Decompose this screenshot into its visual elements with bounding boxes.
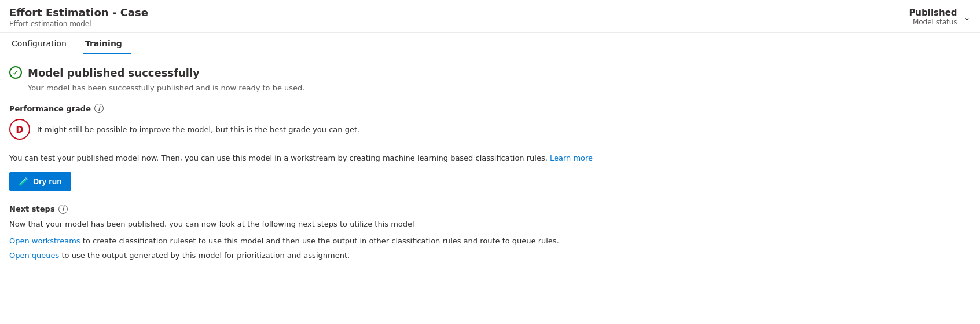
model-status-sub: Model status <box>909 18 957 26</box>
page-title: Effort Estimation - Case <box>9 6 148 19</box>
performance-info-icon[interactable]: i <box>94 104 104 113</box>
learn-more-link[interactable]: Learn more <box>550 154 593 162</box>
dry-run-button[interactable]: 🧪 Dry run <box>9 172 71 191</box>
open-workstreams-link[interactable]: Open workstreams <box>9 236 80 245</box>
list-item: Open queues to use the output generated … <box>9 250 971 261</box>
success-description: Your model has been successfully publish… <box>28 83 971 92</box>
performance-grade-label: Performance grade i <box>9 104 971 113</box>
grade-description: It might still be possible to improve th… <box>37 125 359 134</box>
open-queues-link[interactable]: Open queues <box>9 251 59 260</box>
page-subtitle: Effort estimation model <box>9 20 148 28</box>
grade-badge: D <box>9 119 30 140</box>
flask-icon: 🧪 <box>19 177 28 186</box>
info-text-before: You can test your published model now. T… <box>9 154 548 162</box>
next-steps-label: Next steps i <box>9 205 971 214</box>
page-header: Effort Estimation - Case Effort estimati… <box>0 0 980 33</box>
list-item-text-2: to use the output generated by this mode… <box>62 251 350 260</box>
next-steps-list: Open workstreams to create classificatio… <box>9 235 971 261</box>
info-text-block: You can test your published model now. T… <box>9 152 971 164</box>
model-status-block: Published Model status <box>909 8 957 26</box>
success-banner: ✓ Model published successfully <box>9 66 971 79</box>
main-content: ✓ Model published successfully Your mode… <box>0 54 980 276</box>
next-steps-description: Now that your model has been published, … <box>9 220 971 228</box>
success-title: Model published successfully <box>28 67 200 79</box>
list-item: Open workstreams to create classificatio… <box>9 235 971 247</box>
tab-training[interactable]: Training <box>83 33 131 54</box>
tab-configuration[interactable]: Configuration <box>9 33 76 54</box>
next-steps-section: Next steps i Now that your model has bee… <box>9 205 971 261</box>
header-left: Effort Estimation - Case Effort estimati… <box>9 6 148 28</box>
chevron-down-icon[interactable]: ⌄ <box>963 12 971 23</box>
header-right: Published Model status ⌄ <box>909 8 971 26</box>
tab-bar: Configuration Training <box>0 33 980 54</box>
success-icon: ✓ <box>9 66 22 79</box>
model-status-label: Published <box>909 8 957 18</box>
next-steps-info-icon[interactable]: i <box>58 205 68 214</box>
grade-row: D It might still be possible to improve … <box>9 119 971 140</box>
dry-run-label: Dry run <box>33 177 62 186</box>
list-item-text-1: to create classification ruleset to use … <box>83 236 559 245</box>
